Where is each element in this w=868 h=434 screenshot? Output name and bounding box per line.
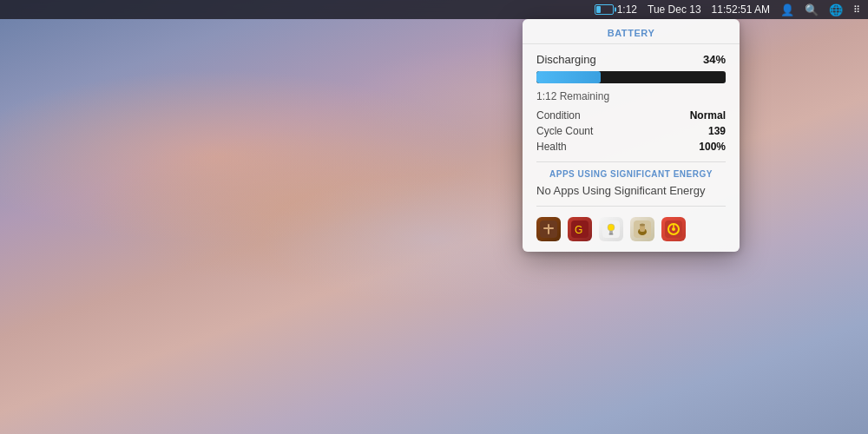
condition-value: Normal xyxy=(690,109,726,122)
dock-app-2[interactable]: G xyxy=(568,217,592,241)
discharging-value: 34% xyxy=(703,53,726,66)
svg-point-12 xyxy=(640,224,645,227)
battery-panel: BATTERY Discharging 34% 1:12 Remaining C… xyxy=(523,19,740,252)
menubar-battery-time: 1:12 xyxy=(617,3,637,16)
apps-grid-icon[interactable]: ⠿ xyxy=(853,4,861,16)
dock-app-3[interactable] xyxy=(599,217,623,241)
panel-body: Discharging 34% 1:12 Remaining Condition… xyxy=(523,44,740,252)
search-icon[interactable]: 🔍 xyxy=(805,3,819,16)
battery-menubar-indicator[interactable]: 1:12 xyxy=(595,3,637,16)
section-divider-1 xyxy=(536,161,726,162)
svg-point-6 xyxy=(608,224,615,231)
panel-title: BATTERY xyxy=(523,19,740,44)
battery-bar-fill xyxy=(536,71,601,83)
app-icons-row: G xyxy=(536,214,726,252)
svg-point-15 xyxy=(672,227,675,231)
discharging-row: Discharging 34% xyxy=(536,53,726,66)
menubar: 1:12 Tue Dec 13 11:52:51 AM 👤 🔍 🌐 ⠿ xyxy=(0,0,868,19)
health-value: 100% xyxy=(699,141,726,153)
no-apps-message: No Apps Using Significant Energy xyxy=(536,184,726,197)
condition-row: Condition Normal xyxy=(536,108,726,123)
health-label: Health xyxy=(536,141,567,153)
cycle-count-value: 139 xyxy=(708,125,726,137)
svg-rect-7 xyxy=(609,231,613,233)
svg-rect-2 xyxy=(548,224,549,234)
discharging-label: Discharging xyxy=(536,53,596,66)
cycle-count-label: Cycle Count xyxy=(536,125,593,137)
section-divider-2 xyxy=(536,206,726,207)
svg-rect-8 xyxy=(609,233,614,235)
condition-label: Condition xyxy=(536,109,581,122)
dock-app-1[interactable] xyxy=(536,217,561,241)
battery-menubar-icon xyxy=(595,4,614,15)
health-row: Health 100% xyxy=(536,139,726,155)
person-icon[interactable]: 👤 xyxy=(780,3,794,16)
user-avatar-icon[interactable]: 🌐 xyxy=(829,3,843,16)
menubar-date: Tue Dec 13 xyxy=(648,3,701,16)
menubar-time: 11:52:51 AM xyxy=(712,3,770,16)
dock-app-4[interactable] xyxy=(630,217,654,241)
svg-text:G: G xyxy=(575,224,582,236)
apps-section-header: APPS USING SIGNIFICANT ENERGY xyxy=(536,169,726,179)
remaining-time: 1:12 Remaining xyxy=(536,90,726,102)
cycle-count-row: Cycle Count 139 xyxy=(536,123,726,139)
battery-progress-bar xyxy=(536,71,726,83)
dock-app-5[interactable] xyxy=(661,217,686,241)
